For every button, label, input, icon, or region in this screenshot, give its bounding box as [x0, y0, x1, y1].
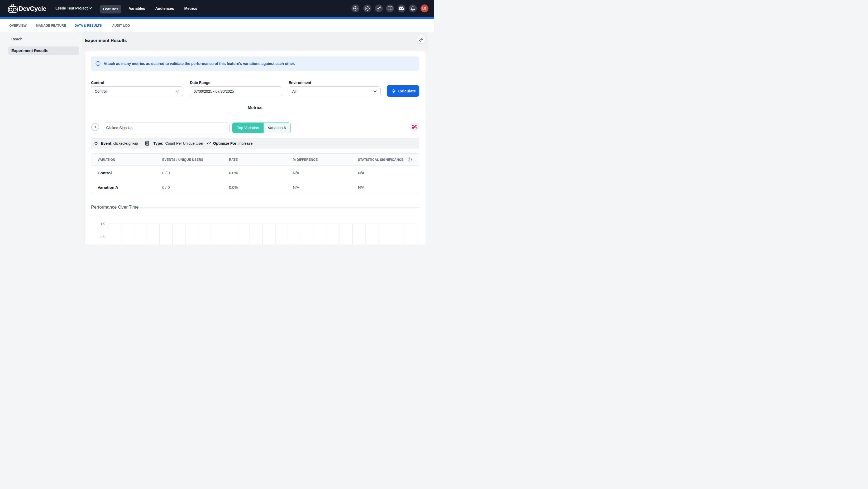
svg-text:1.0: 1.0: [100, 222, 105, 226]
svg-text:0.9: 0.9: [100, 235, 105, 239]
